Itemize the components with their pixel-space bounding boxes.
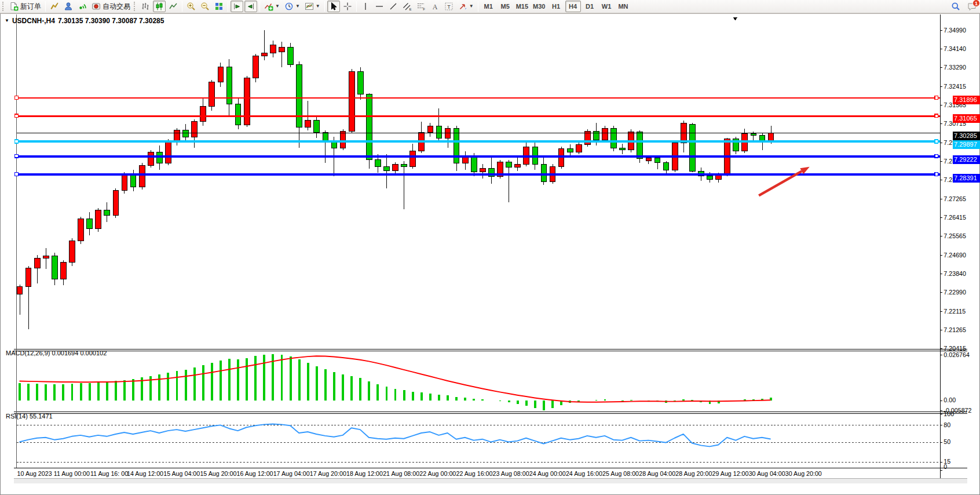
cursor-button[interactable] — [327, 1, 340, 12]
autotrading-label: 自动交易 — [103, 2, 130, 12]
svg-text:7.22115: 7.22115 — [944, 308, 966, 315]
candlestick-button[interactable] — [153, 1, 166, 12]
indicators-button[interactable]: ▼ — [262, 1, 281, 12]
signals-button[interactable] — [76, 1, 89, 12]
zoom-out-button[interactable] — [199, 1, 211, 12]
arrow-objects-icon — [458, 2, 467, 11]
rsi-indicator-label: RSI(14) 55.1471 — [6, 413, 53, 420]
separator — [45, 1, 46, 12]
timeframe-mn-button[interactable]: MN — [616, 1, 631, 12]
svg-text:50: 50 — [944, 438, 950, 445]
line-chart-button[interactable] — [167, 1, 180, 12]
fibonacci-button[interactable]: F — [415, 1, 427, 12]
svg-text:7.24690: 7.24690 — [944, 252, 966, 259]
indicators-icon — [264, 2, 273, 11]
horizontal-line-button[interactable] — [373, 1, 386, 12]
chart-window[interactable]: 7.349907.341407.332907.324157.315657.307… — [0, 13, 980, 495]
chevron-down-icon: ▼ — [295, 4, 300, 9]
tile-windows-icon — [214, 2, 224, 11]
timeframe-m1-button[interactable]: M1 — [481, 1, 496, 12]
svg-text:F: F — [423, 8, 425, 11]
macd-indicator-label: MACD(12,26,9) 0.001694 0.000102 — [6, 350, 107, 356]
search-icon — [951, 2, 960, 11]
svg-text:0.00: 0.00 — [944, 396, 956, 403]
trendline-button[interactable] — [387, 1, 400, 12]
timeframe-m30-button[interactable]: M30 — [531, 1, 547, 12]
templates-button[interactable]: ▼ — [303, 1, 322, 12]
svg-text:7.23840: 7.23840 — [944, 270, 966, 277]
time-axis-label: 24 Aug 16:00 — [566, 470, 602, 477]
tile-windows-button[interactable] — [213, 1, 225, 12]
timeframe-m15-button[interactable]: M15 — [514, 1, 530, 12]
chart-ohlc-values: 7.30135 7.30390 7.30087 7.30285 — [58, 17, 164, 25]
chat-button[interactable]: 1 — [967, 2, 977, 11]
svg-text:80: 80 — [944, 421, 950, 428]
template-chart-icon — [305, 2, 314, 11]
time-axis-label: 11 Aug 16: 00 — [90, 470, 128, 477]
clock-icon — [284, 2, 294, 11]
svg-text:0: 0 — [944, 463, 947, 470]
timeframe-m5-button[interactable]: M5 — [498, 1, 513, 12]
equidistant-channel-button[interactable]: E — [401, 1, 414, 12]
time-axis-label: 28 Aug 04:00 — [639, 470, 675, 477]
toolbar-grip[interactable] — [134, 2, 137, 11]
timeframe-group: M1M5M15M30H1H4D1W1MN — [480, 1, 632, 12]
market-watch-button[interactable] — [48, 1, 61, 12]
svg-text:7.26415: 7.26415 — [944, 214, 966, 221]
price-chart-canvas[interactable]: 7.349907.341407.332907.324157.315657.307… — [1, 14, 980, 495]
svg-text:7.34990: 7.34990 — [944, 27, 966, 34]
signal-waves-icon — [78, 2, 87, 11]
chart-title: ▼ USDCNH-,H4 7.30135 7.30390 7.30087 7.3… — [5, 17, 164, 25]
auto-scroll-button[interactable] — [231, 1, 243, 12]
svg-text:7.32415: 7.32415 — [944, 83, 966, 90]
timeframe-h1-button[interactable]: H1 — [548, 1, 564, 12]
chart-symbol-period: USDCNH-,H4 — [12, 17, 55, 25]
svg-text:E: E — [409, 8, 411, 11]
zoom-in-button[interactable] — [185, 1, 198, 12]
svg-text:0.026764: 0.026764 — [944, 351, 970, 358]
time-axis-label: 15 Aug 04:00 — [163, 470, 200, 477]
fibonacci-icon: F — [416, 2, 426, 11]
navigator-person-icon — [64, 2, 73, 11]
navigator-button[interactable] — [62, 1, 75, 12]
new-order-label: 新订单 — [20, 2, 41, 12]
market-watch-icon — [50, 2, 59, 11]
chevron-down-icon: ▼ — [316, 4, 320, 9]
auto-scroll-icon — [232, 2, 242, 11]
arrows-button[interactable]: ▼ — [456, 1, 476, 12]
chart-collapse-icon[interactable]: ▼ — [5, 19, 9, 23]
separator — [478, 1, 478, 12]
chevron-down-icon: ▼ — [469, 4, 474, 9]
new-order-button[interactable]: 新订单 — [8, 1, 43, 12]
hline-price-tag: 7.31896 — [953, 96, 980, 104]
label-button[interactable]: T — [443, 1, 455, 12]
zoom-out-icon — [200, 2, 210, 11]
autotrading-button[interactable]: 自动交易 — [90, 1, 132, 12]
timeframe-w1-button[interactable]: W1 — [599, 1, 615, 12]
vertical-line-button[interactable] — [359, 1, 372, 12]
toolbar-grip[interactable] — [2, 2, 5, 11]
toolbar-right-group: 1 — [949, 1, 977, 12]
chart-shift-button[interactable] — [244, 1, 257, 12]
vertical-line-icon — [361, 2, 370, 11]
horizontal-line-icon — [375, 2, 384, 11]
time-axis-label: 18 Aug 12:00 — [346, 470, 383, 477]
time-axis-label: 17 Aug 20:00 — [310, 470, 346, 477]
time-axis-label: 14 Aug 12:00 — [127, 470, 163, 477]
hline-price-tag: 7.28391 — [953, 174, 980, 183]
timeframe-h4-button[interactable]: H4 — [565, 1, 581, 12]
trendline-icon — [389, 2, 398, 11]
time-axis-label: 16 Aug 12:00 — [237, 470, 273, 477]
time-axis-label: 21 Aug 08:00 — [383, 470, 419, 477]
crosshair-button[interactable] — [341, 1, 354, 12]
time-axis-label: 29 Aug 12:00 — [712, 470, 749, 477]
hline-price-tag: 7.31065 — [953, 114, 980, 123]
timeframe-d1-button[interactable]: D1 — [582, 1, 598, 12]
text-button[interactable]: A — [429, 1, 441, 12]
current-price-tag: 7.30285 — [953, 132, 980, 140]
periods-button[interactable]: ▼ — [283, 1, 302, 12]
new-order-icon — [9, 2, 19, 11]
time-axis-label: 15 Aug 20:00 — [200, 470, 236, 477]
bar-chart-button[interactable] — [139, 1, 152, 12]
search-button[interactable] — [949, 1, 962, 12]
